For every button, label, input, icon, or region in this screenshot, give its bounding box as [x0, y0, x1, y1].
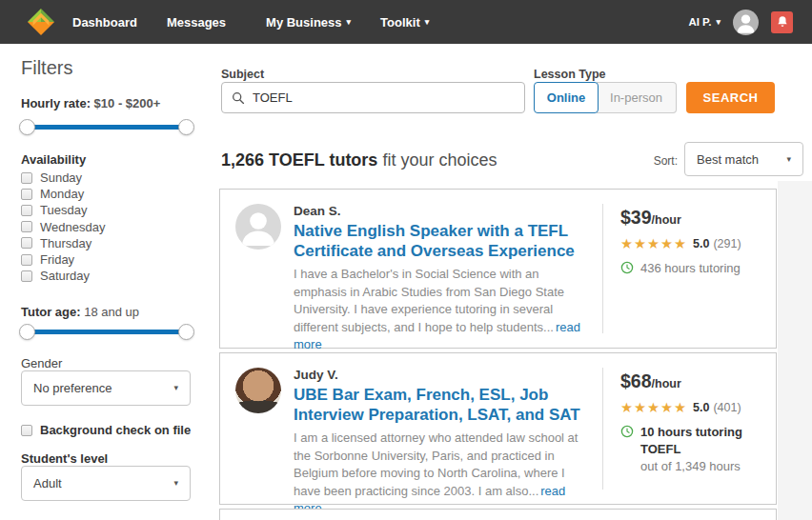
slider-track[interactable]: [21, 330, 193, 334]
hourly-price: $68: [620, 370, 652, 391]
student-level-label: Student's level: [21, 451, 108, 466]
checkbox[interactable]: [21, 205, 32, 216]
review-count: (291): [713, 237, 741, 250]
nav-dashboard[interactable]: Dashboard: [72, 15, 137, 30]
tutor-photo[interactable]: [235, 368, 281, 413]
checkbox[interactable]: [21, 237, 32, 249]
tutor-pricing: $68/hour ★★★★★ 5.0 (401) 10 hours tutori…: [602, 368, 776, 490]
search-button[interactable]: SEARCH: [686, 82, 775, 113]
day-checkbox-row-friday[interactable]: Friday: [21, 251, 105, 268]
caret-down-icon: ▾: [786, 155, 791, 164]
topbar-right: AI P.▾: [688, 10, 793, 35]
hourly-rate-label: Hourly rate: $10 - $200+: [21, 96, 160, 110]
day-checkbox-row-wednesday[interactable]: Wednesday: [21, 219, 105, 235]
hourly-rate-slider: [21, 118, 193, 136]
caret-down-icon: ▾: [173, 384, 178, 392]
lesson-type-online-button[interactable]: Online: [534, 82, 599, 113]
tutor-card: Judy V. UBE Bar Exam, French, ESL, Job I…: [219, 352, 777, 505]
topbar: Dashboard Messages My Business▾ Toolkit▾…: [0, 0, 812, 44]
availability-label: Availability: [21, 152, 86, 167]
tutor-pricing: $39/hour ★★★★★ 5.0 (291) 436 hours tutor…: [602, 204, 776, 333]
checkbox[interactable]: [21, 172, 32, 184]
background-check-row[interactable]: Background check on file: [21, 423, 191, 437]
student-level-select[interactable]: Adult ▾: [21, 466, 191, 501]
nav-my-business[interactable]: My Business▾: [266, 15, 351, 30]
tutor-avatar-placeholder[interactable]: [235, 204, 281, 250]
tutor-age-label: Tutor age: 18 and up: [21, 305, 139, 319]
slider-track[interactable]: [21, 125, 193, 130]
subject-label: Subject: [221, 68, 264, 81]
review-count: (401): [713, 401, 741, 414]
caret-down-icon: ▾: [173, 479, 178, 488]
day-checkbox-row-monday[interactable]: Monday: [21, 186, 105, 202]
tutor-card-partial: [219, 509, 777, 520]
tutor-card: Dean S. Native English Speaker with a TE…: [219, 189, 777, 349]
sort-label: Sort:: [651, 154, 678, 168]
checkbox[interactable]: [21, 254, 32, 266]
sort-select[interactable]: Best match ▾: [684, 142, 803, 176]
tutor-bio: I have a Bachelor's in Social Science wi…: [294, 266, 589, 353]
hours-text: 436 hours tutoring: [640, 260, 741, 277]
rating-line: ★★★★★ 5.0 (401): [620, 401, 766, 415]
gender-select[interactable]: No preference ▾: [21, 370, 191, 406]
clock-icon: [620, 261, 634, 274]
filters-title: Filters: [21, 57, 72, 79]
checkbox[interactable]: [21, 189, 32, 200]
caret-down-icon: ▾: [425, 18, 430, 27]
rating-score: 5.0: [693, 237, 709, 250]
tutor-info: Judy V. UBE Bar Exam, French, ESL, Job I…: [294, 368, 602, 490]
tutor-name: Dean S.: [294, 204, 589, 218]
hours-subtext: out of 1,349 hours: [640, 458, 766, 475]
day-checkbox-row-saturday[interactable]: Saturday: [21, 268, 105, 284]
subject-input[interactable]: [253, 90, 515, 105]
user-menu[interactable]: AI P.▾: [688, 16, 721, 28]
tutor-age-slider: [21, 323, 193, 341]
day-checkbox-row-sunday[interactable]: Sunday: [21, 170, 105, 186]
page: Dashboard Messages My Business▾ Toolkit▾…: [0, 0, 812, 520]
nav-toolkit[interactable]: Toolkit▾: [380, 15, 429, 30]
lesson-type-in-person-button[interactable]: In-person: [597, 82, 677, 113]
clock-icon: [620, 425, 634, 438]
subject-search-box: [221, 82, 525, 113]
star-icons: ★★★★★: [620, 401, 687, 415]
rating-score: 5.0: [693, 401, 709, 414]
slider-handle-max[interactable]: [178, 119, 194, 135]
person-icon: [733, 10, 759, 35]
person-icon: [235, 204, 281, 250]
star-icons: ★★★★★: [620, 237, 687, 251]
price-line: $68/hour: [620, 370, 766, 392]
tutor-title-link[interactable]: Native English Speaker with a TEFL Certi…: [294, 221, 589, 261]
tutor-bio: I am a licensed attorney who attended la…: [294, 430, 589, 517]
bell-icon: [776, 15, 789, 29]
tutor-name: Judy V.: [294, 368, 589, 382]
caret-down-icon: ▾: [347, 18, 352, 27]
tutor-info: Dean S. Native English Speaker with a TE…: [294, 204, 602, 333]
day-checkbox-row-tuesday[interactable]: Tuesday: [21, 202, 105, 218]
checkbox[interactable]: [21, 425, 32, 436]
search-icon: [232, 91, 245, 105]
results-background: [778, 181, 812, 520]
day-checkbox-row-thursday[interactable]: Thursday: [21, 235, 105, 251]
user-avatar[interactable]: [733, 10, 759, 35]
nav-messages[interactable]: Messages: [167, 15, 226, 30]
hours-text: 10 hours tutoring TOEFL: [640, 424, 766, 458]
results-count-heading: 1,266 TOEFL tutors fit your choices: [221, 150, 497, 170]
main-nav: Dashboard Messages My Business▾ Toolkit▾: [72, 15, 458, 30]
price-line: $39/hour: [620, 207, 766, 229]
checkbox[interactable]: [21, 221, 32, 232]
hours-line: 436 hours tutoring: [620, 260, 766, 277]
slider-handle-max[interactable]: [178, 324, 194, 340]
gender-label: Gender: [21, 356, 62, 370]
caret-down-icon: ▾: [716, 18, 721, 27]
checkbox[interactable]: [21, 270, 32, 282]
notifications-button[interactable]: [771, 11, 793, 33]
slider-handle-min[interactable]: [19, 324, 35, 340]
slider-handle-min[interactable]: [19, 119, 35, 135]
availability-days: Sunday Monday Tuesday Wednesday Thursday…: [21, 170, 105, 284]
rating-line: ★★★★★ 5.0 (291): [620, 237, 766, 251]
tutor-title-link[interactable]: UBE Bar Exam, French, ESL, Job Interview…: [294, 385, 589, 425]
lesson-type-label: Lesson Type: [534, 68, 605, 81]
brand-logo-icon[interactable]: [27, 8, 55, 36]
lesson-type-toggle: Online In-person: [534, 82, 677, 113]
hourly-price: $39: [620, 207, 652, 228]
